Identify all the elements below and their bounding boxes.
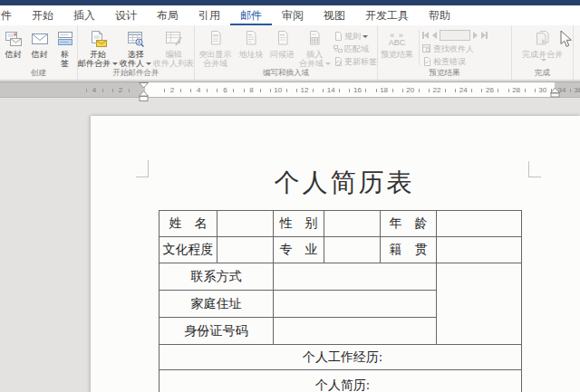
tab-review[interactable]: 审阅 [272, 5, 314, 25]
table-row: 个人工作经历: [160, 345, 522, 370]
ruler-number: 2 [119, 82, 122, 98]
ruler-number: 14 [327, 82, 335, 98]
match-fields-button[interactable]: 匹配域 [334, 43, 377, 55]
tab-view[interactable]: 视图 [314, 5, 355, 25]
contact-label-cell[interactable]: 联系方式 [160, 263, 274, 291]
ruler-tick [190, 89, 191, 92]
ruler-tick [525, 89, 526, 92]
finish-and-merge-icon [533, 28, 553, 50]
next-record-button[interactable] [473, 32, 478, 39]
origin-value-cell[interactable] [437, 237, 522, 263]
age-value-cell[interactable] [437, 211, 522, 237]
gender-label-cell[interactable]: 性 别 [274, 211, 324, 237]
ruler-tick [471, 89, 472, 92]
find-recipient-button[interactable]: 查找收件人 [422, 43, 488, 55]
start-mail-merge-icon [88, 28, 108, 50]
select-recipients-button[interactable]: 选择 收件人 [118, 27, 153, 68]
id-label-cell[interactable]: 身份证号码 [160, 318, 274, 345]
ruler-number: 8 [249, 82, 253, 98]
ruler-number: 12 [301, 82, 309, 98]
tab-help[interactable]: 帮助 [419, 5, 460, 25]
ruler-tick [260, 89, 261, 92]
major-value-cell[interactable] [324, 237, 381, 263]
right-indent-marker[interactable] [549, 83, 561, 99]
tab-insert[interactable]: 插入 [63, 5, 105, 25]
address-value-cell[interactable] [274, 291, 437, 318]
find-recipient-icon [422, 44, 431, 53]
photo-cell[interactable] [437, 263, 522, 345]
start-mail-merge-button[interactable]: 开始 邮件合并 [78, 27, 118, 68]
preview-results-abc-icon: « »ABC [389, 28, 406, 50]
tab-design[interactable]: 设计 [105, 5, 147, 25]
major-label-cell[interactable]: 专 业 [274, 237, 324, 263]
tab-references[interactable]: 引用 [188, 5, 230, 25]
address-label-cell[interactable]: 家庭住址 [160, 291, 274, 318]
group-inner-divider [419, 30, 420, 65]
ruler-number: 26 [486, 82, 494, 98]
preview-results-button[interactable]: « »ABC 预览结果 [378, 27, 416, 59]
highlight-merge-fields-button[interactable]: 突出显示 合并域 [195, 27, 236, 68]
last-record-icon[interactable] [486, 32, 488, 39]
envelopes-button[interactable]: 信封 [27, 27, 53, 59]
previous-record-button[interactable] [432, 32, 437, 39]
address-block-icon [242, 28, 260, 50]
contact-value-cell[interactable] [274, 263, 437, 291]
group-label-preview-results: 预览结果 [378, 68, 511, 80]
table-row: 个人简历: [160, 370, 522, 392]
check-errors-button[interactable]: 检查错误 [422, 55, 488, 68]
ruler-tick [313, 89, 314, 92]
insert-merge-field-button[interactable]: 插入 合并域 [298, 27, 332, 68]
address-block-button[interactable]: 地址块 [236, 27, 266, 59]
id-value-cell[interactable] [274, 318, 437, 345]
ruler-tick [419, 89, 420, 92]
education-value-cell[interactable] [218, 237, 274, 263]
ribbon-group-preview-results: « »ABC 预览结果 [378, 25, 512, 80]
ruler-number: 4 [197, 82, 200, 98]
record-number-input[interactable] [440, 30, 470, 41]
ruler-tick [392, 89, 393, 92]
ruler-tick [445, 89, 446, 92]
ruler-number: 10 [274, 82, 282, 98]
ruler-tick [286, 89, 287, 92]
age-label-cell[interactable]: 年 龄 [381, 211, 437, 237]
rules-button[interactable]: 规则 [334, 30, 377, 43]
check-errors-icon [422, 57, 431, 66]
name-value-cell[interactable] [218, 211, 274, 237]
tab-layout[interactable]: 布局 [147, 5, 188, 25]
edit-recipient-list-button[interactable]: 编辑 收件人列表 [153, 27, 194, 68]
work-experience-cell[interactable]: 个人工作经历: [160, 345, 522, 370]
ruler-tick [498, 89, 498, 92]
ruler-number: 2 [170, 82, 174, 98]
education-label-cell[interactable]: 文化程度 [160, 237, 218, 263]
document-title[interactable]: 个人简历表 [148, 166, 541, 200]
tab-mailings[interactable]: 邮件 [230, 5, 272, 25]
first-record-button[interactable] [424, 32, 429, 39]
ruler-number: 20 [406, 82, 414, 98]
name-label-cell[interactable]: 姓 名 [160, 211, 218, 237]
personal-resume-cell[interactable]: 个人简历: [160, 370, 522, 392]
tab-home[interactable]: 开始 [22, 5, 63, 25]
chinese-envelope-button[interactable]: 信封 [1, 27, 26, 59]
ruler-tick [112, 89, 113, 92]
ruler-tick [296, 89, 297, 92]
chinese-envelope-icon [5, 28, 23, 50]
edit-recipient-list-icon [164, 28, 184, 50]
tab-file[interactable]: 文件 [0, 5, 22, 25]
group-label-start-mail-merge: 开始邮件合并 [78, 68, 194, 80]
ruler-tick [217, 89, 218, 92]
origin-label-cell[interactable]: 籍 贯 [381, 237, 437, 263]
dropdown-arrow-icon [146, 62, 151, 65]
ruler-tick [349, 89, 350, 92]
ruler-number: 36 [575, 82, 580, 98]
tab-developer[interactable]: 开发工具 [355, 5, 419, 25]
horizontal-ruler[interactable]: 42246810121416182022242628303436 [0, 81, 580, 98]
greeting-line-button[interactable]: 问候语 [266, 27, 297, 59]
ribbon: 信封 信封 [0, 25, 580, 81]
labels-button[interactable]: 标 签 [53, 27, 77, 68]
indent-markers[interactable] [138, 81, 150, 105]
ruler-tick [233, 89, 234, 92]
update-labels-button[interactable]: 更新标签 [334, 55, 377, 68]
ruler-tick [570, 89, 571, 92]
ruler-number: 24 [459, 82, 468, 98]
gender-value-cell[interactable] [324, 211, 381, 237]
